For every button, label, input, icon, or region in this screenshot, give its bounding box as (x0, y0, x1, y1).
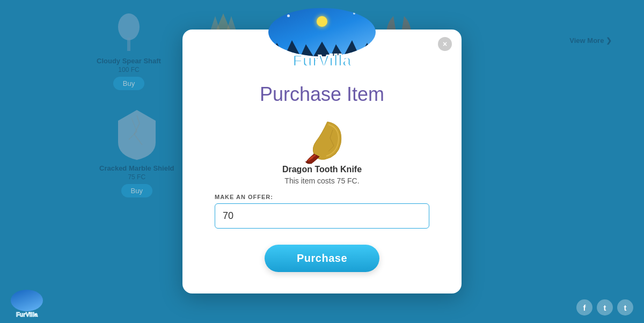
logo-badge (268, 8, 376, 56)
close-button[interactable]: × (438, 37, 452, 51)
modal-title: Purchase Item (182, 83, 462, 106)
item-image (295, 116, 349, 165)
item-cost: This item costs 75 FC. (284, 177, 359, 185)
furvilla-brand-text: FurVilla (292, 52, 351, 70)
footer-social: f t t (576, 299, 633, 315)
twitter-icon[interactable]: t (597, 299, 613, 315)
item-display: Dragon Tooth Knife This item costs 75 FC… (182, 116, 462, 185)
item-name: Dragon Tooth Knife (282, 165, 362, 174)
logo-moon (317, 16, 327, 27)
logo-star-2 (353, 12, 355, 14)
footer-logo-circle (11, 290, 43, 311)
offer-section: MAKE AN OFFER: (182, 194, 462, 229)
purchase-modal: × FurVilla Purchase Item (182, 30, 462, 293)
footer-logo-text: FurVilla (11, 311, 43, 318)
modal-logo-area: FurVilla (182, 8, 462, 67)
offer-input[interactable] (215, 203, 429, 229)
offer-label: MAKE AN OFFER: (215, 194, 429, 200)
purchase-btn-wrap: Purchase (182, 245, 462, 272)
facebook-icon[interactable]: f (576, 299, 592, 315)
tumblr-icon[interactable]: t (617, 299, 633, 315)
footer-logo: FurVilla (11, 290, 43, 318)
modal-overlay: × FurVilla Purchase Item (0, 0, 644, 323)
furvilla-logo: FurVilla (268, 8, 376, 67)
purchase-button[interactable]: Purchase (265, 245, 379, 272)
logo-star-1 (287, 14, 290, 17)
